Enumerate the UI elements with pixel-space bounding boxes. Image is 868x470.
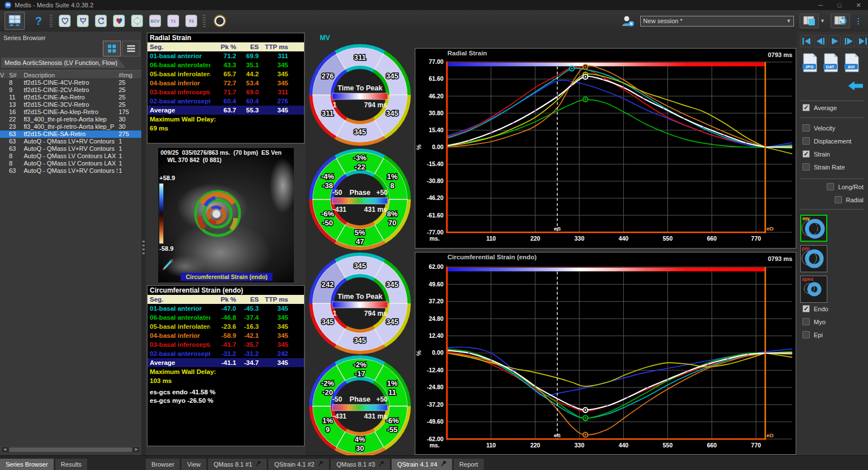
scrollbar-thumb[interactable]	[9, 447, 132, 452]
checkbox-long-rot[interactable]: Long/Rot	[827, 183, 863, 190]
previous-frame-button[interactable]	[814, 35, 827, 47]
reset-layout-button[interactable]	[831, 14, 850, 28]
series-row[interactable]: 8AutoQ - QMass LV Contours LAX ...1	[0, 160, 141, 167]
series-row[interactable]: 63AutoQ - QMass LV+RV Contours SAX1	[0, 167, 141, 175]
series-browser-layout-button[interactable]	[5, 12, 25, 30]
back-arrow-icon[interactable]	[848, 80, 863, 94]
series-row[interactable]: 8AutoQ - QMass LV Contours LAX ...1	[0, 153, 141, 160]
app-qmass-icon[interactable]	[59, 15, 71, 27]
checkbox-myo[interactable]: Myo	[802, 318, 826, 325]
pencil-tool-icon[interactable]	[162, 258, 174, 271]
slice-thumbnail-pm[interactable]: pm	[800, 245, 827, 272]
app-qstrain-icon[interactable]	[95, 15, 107, 27]
series-row[interactable]: 13tf2d15-CINE-3CV-Retro25	[0, 101, 141, 108]
strain-colorbar	[159, 183, 164, 244]
column-header[interactable]: S#	[7, 71, 24, 79]
tab-qmass-8-1-3[interactable]: QMass 8.1 #3	[331, 459, 389, 470]
checkbox-average[interactable]: ✓Average	[802, 104, 837, 111]
qstrain-ring-icon[interactable]	[212, 14, 227, 28]
next-frame-button[interactable]	[843, 35, 855, 47]
svg-text:-2%: -2%	[321, 379, 335, 388]
image-viewer[interactable]: 009/25 035/0276/863 ms. (70 bpm) ES Ven …	[158, 148, 294, 282]
checkbox-label: Long/Rot	[838, 184, 863, 190]
slice-thumbnail-mv[interactable]: mv	[800, 215, 827, 242]
splitter-handle-icon	[142, 241, 145, 256]
play-button[interactable]	[828, 35, 841, 47]
svg-text:1%: 1%	[387, 172, 398, 181]
scroll-right-icon[interactable]: ►	[133, 447, 140, 452]
checkbox-strain[interactable]: ✓Strain	[802, 150, 830, 158]
radial-strain-chart[interactable]: eSeD77.0061.6046.2030.8015.400.00-15.40-…	[415, 49, 796, 248]
checkbox-endo[interactable]: ✓Endo	[802, 305, 828, 312]
export-dat-button[interactable]: DAT	[822, 53, 839, 75]
svg-text:345: 345	[354, 336, 366, 345]
tab-browser[interactable]: Browser	[146, 459, 180, 470]
svg-text:9: 9	[326, 425, 329, 434]
chevron-down-icon[interactable]: ▼	[820, 18, 825, 24]
series-row[interactable]: 8tf2d15-CINE-4CV-Retro25	[0, 79, 141, 86]
tab-qmass-8-1-1[interactable]: QMass 8.1 #1	[208, 459, 267, 470]
tab-series-browser[interactable]: Series Browser	[0, 459, 54, 470]
pin-icon[interactable]	[379, 459, 384, 470]
series-row[interactable]: 9tf2d15-CINE-2CV-Retro25	[0, 86, 141, 94]
checkbox-strain-rate[interactable]: Strain Rate	[802, 163, 845, 171]
help-icon[interactable]: ?	[33, 15, 44, 28]
export-avi-button[interactable]: AVI	[843, 53, 860, 75]
series-row[interactable]: 16tf2d15-CINE-Ao-klep-Retro175	[0, 108, 141, 116]
column-header[interactable]: Description	[24, 71, 118, 79]
tab-qstrain-4-1-2[interactable]: QStrain 4.1 #2	[268, 459, 329, 470]
maximize-button[interactable]: □	[837, 2, 841, 9]
svg-text:110: 110	[487, 442, 496, 449]
close-button[interactable]: ✕	[856, 2, 861, 9]
grid-view-button[interactable]	[103, 41, 121, 56]
export-jpg-button[interactable]: JPG	[801, 53, 818, 75]
svg-text:330: 330	[575, 236, 585, 242]
column-header[interactable]: V	[0, 71, 7, 79]
series-row[interactable]: 63AutoQ - QMass LV+RV Contours1	[0, 138, 141, 145]
save-layout-button[interactable]	[800, 14, 819, 28]
series-row[interactable]: 23fl3_400_thr-pl-retro-Aorta klep_P30	[0, 123, 141, 130]
series-row[interactable]: 22fl3_400_thr-pl-retro-Aorta klep30	[0, 116, 141, 123]
checkbox-radial[interactable]: Radial	[835, 196, 863, 203]
app-qflow-icon[interactable]	[77, 15, 89, 27]
svg-text:794 ms: 794 ms	[364, 101, 387, 109]
app-4dflow-icon[interactable]	[113, 15, 125, 27]
list-view-button[interactable]	[122, 41, 140, 56]
panel-splitter[interactable]	[141, 32, 146, 455]
series-row[interactable]: 11tf2d15-CINE-Ao-Retro25	[0, 94, 141, 101]
first-frame-button[interactable]	[800, 35, 813, 47]
checkbox-displacement[interactable]: Displacement	[802, 137, 852, 145]
checkbox-label: Strain Rate	[814, 164, 845, 171]
circ-strain-chart[interactable]: eSeD62.0049.6037.2024.8012.400.00-12.40-…	[415, 253, 796, 454]
slice-thumbnail-apex[interactable]: apex	[800, 276, 827, 303]
tab-view[interactable]: View	[181, 459, 206, 470]
checkbox-velocity[interactable]: Velocity	[802, 124, 835, 132]
series-row[interactable]: 63tf2d15-CINE-SA-Retro275	[0, 130, 141, 138]
center-column: Radial Strain Seg.Pk %ESTTP ms01-basal a…	[146, 32, 306, 455]
pin-icon[interactable]	[441, 459, 446, 470]
tab-qstrain-4-1-4[interactable]: QStrain 4.1 #4	[392, 459, 452, 470]
series-row[interactable]: 63AutoQ - QMass LV+RV Contours1	[0, 145, 141, 153]
study-tab[interactable]: Medis AorticStenosis (LV Function, Flow)…	[1, 58, 125, 68]
svg-text:DAT: DAT	[826, 64, 835, 69]
checkbox-label: Endo	[814, 306, 828, 312]
scroll-left-icon[interactable]: ◄	[2, 447, 8, 452]
app-valve-icon[interactable]	[131, 15, 143, 27]
app-t1-icon[interactable]: T1	[167, 15, 179, 27]
column-header[interactable]: #Img	[118, 71, 141, 79]
app-ecv-icon[interactable]: ECV	[149, 15, 161, 27]
tab-results[interactable]: Results	[55, 459, 88, 470]
app-t2-icon[interactable]: T2	[185, 15, 197, 27]
session-combobox[interactable]: New session * ▼	[640, 16, 794, 27]
layout-save-icon	[803, 16, 815, 26]
checkbox-epi[interactable]: Epi	[802, 331, 823, 338]
overflow-menu-icon[interactable]: ⋮	[854, 16, 862, 25]
user-session-icon[interactable]	[620, 14, 636, 28]
pin-icon[interactable]	[318, 459, 323, 470]
strain-average-row: Average-41.1-34.7345	[147, 358, 304, 367]
horizontal-scrollbar[interactable]: ◄ ►	[1, 446, 140, 453]
minimize-button[interactable]: ─	[818, 2, 823, 9]
pin-icon[interactable]	[255, 459, 261, 470]
tab-report[interactable]: Report	[454, 459, 484, 470]
last-frame-button[interactable]	[857, 35, 868, 47]
